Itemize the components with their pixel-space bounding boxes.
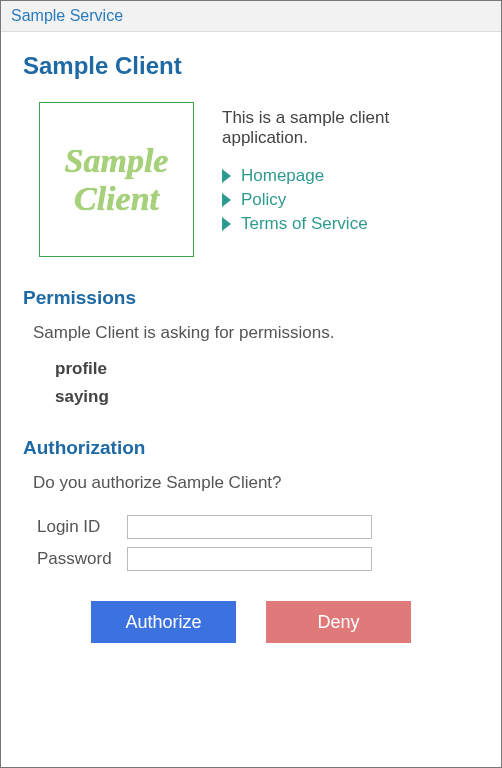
client-heading: Sample Client [23,52,479,80]
triangle-icon [222,193,231,207]
client-info: This is a sample client application. Hom… [222,102,479,238]
password-label: Password [37,549,127,569]
login-row: Login ID [37,515,479,539]
deny-button[interactable]: Deny [266,601,411,643]
link-item-homepage: Homepage [222,166,479,186]
authorization-heading: Authorization [23,437,479,459]
window: Sample Service Sample Client Sample Clie… [0,0,502,768]
triangle-icon [222,217,231,231]
link-item-policy: Policy [222,190,479,210]
logo-line-1: Sample [65,142,169,179]
client-logo: Sample Client [39,102,194,257]
titlebar: Sample Service [1,1,501,32]
permissions-list: profile saying [55,359,479,407]
password-row: Password [37,547,479,571]
triangle-icon [222,169,231,183]
authorization-question: Do you authorize Sample Client? [33,473,479,493]
permission-item: profile [55,359,479,379]
button-row: Authorize Deny [23,601,479,643]
tos-link[interactable]: Terms of Service [241,214,368,234]
permissions-intro: Sample Client is asking for permissions. [33,323,479,343]
link-item-tos: Terms of Service [222,214,479,234]
permissions-heading: Permissions [23,287,479,309]
password-input[interactable] [127,547,372,571]
service-name-link[interactable]: Sample Service [11,7,123,24]
client-row: Sample Client This is a sample client ap… [23,102,479,257]
content: Sample Client Sample Client This is a sa… [1,32,501,667]
permission-item: saying [55,387,479,407]
client-description: This is a sample client application. [222,108,479,148]
homepage-link[interactable]: Homepage [241,166,324,186]
login-id-input[interactable] [127,515,372,539]
client-logo-text: Sample Client [65,142,169,217]
authorize-button[interactable]: Authorize [91,601,236,643]
policy-link[interactable]: Policy [241,190,286,210]
client-links: Homepage Policy Terms of Service [222,166,479,234]
login-id-label: Login ID [37,517,127,537]
logo-line-2: Client [74,180,159,217]
